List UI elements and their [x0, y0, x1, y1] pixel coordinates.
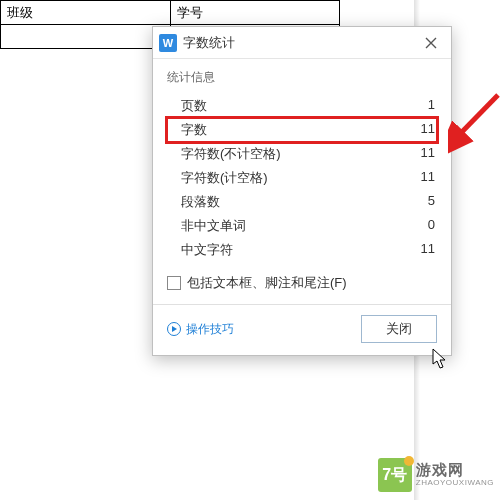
dialog-titlebar: W 字数统计 [153, 27, 451, 59]
include-textbox-checkbox[interactable]: 包括文本框、脚注和尾注(F) [167, 274, 437, 292]
stat-row-paragraphs: 段落数 5 [167, 190, 437, 214]
stat-row-pages: 页数 1 [167, 94, 437, 118]
stat-value: 11 [421, 145, 435, 163]
stat-row-chars-nospace: 字符数(不计空格) 11 [167, 142, 437, 166]
checkbox-icon[interactable] [167, 276, 181, 290]
tips-label: 操作技巧 [186, 321, 234, 338]
stat-value: 11 [421, 169, 435, 187]
stat-label: 字数 [181, 121, 207, 139]
play-icon [167, 322, 181, 336]
app-icon: W [159, 34, 177, 52]
stat-value: 11 [421, 121, 435, 139]
stat-value: 1 [428, 97, 435, 115]
stat-value: 0 [428, 217, 435, 235]
dialog-title: 字数统计 [183, 34, 417, 52]
stat-row-chars-space: 字符数(计空格) 11 [167, 166, 437, 190]
stat-row-noncjk-words: 非中文单词 0 [167, 214, 437, 238]
annotation-arrow-icon [448, 90, 500, 160]
stat-label: 字符数(计空格) [181, 169, 268, 187]
section-label: 统计信息 [167, 69, 437, 86]
bg-th-class: 班级 [1, 1, 171, 25]
stat-row-cjk-chars: 中文字符 11 [167, 238, 437, 262]
close-icon[interactable] [417, 31, 445, 55]
stat-value: 5 [428, 193, 435, 211]
stat-label: 页数 [181, 97, 207, 115]
stat-label: 字符数(不计空格) [181, 145, 281, 163]
watermark-py: ZHAOYOUXIWANG [416, 479, 494, 488]
stat-value: 11 [421, 241, 435, 259]
watermark: 7号 游戏网 ZHAOYOUXIWANG [378, 458, 494, 492]
word-count-dialog: W 字数统计 统计信息 页数 1 字数 11 字符数(不计空格) 11 字符数(… [152, 26, 452, 356]
checkbox-label: 包括文本框、脚注和尾注(F) [187, 274, 347, 292]
stat-label: 非中文单词 [181, 217, 246, 235]
bg-th-id: 学号 [170, 1, 340, 25]
watermark-badge: 7号 [378, 458, 412, 492]
tips-link[interactable]: 操作技巧 [167, 321, 234, 338]
stat-label: 段落数 [181, 193, 220, 211]
watermark-cn: 游戏网 [416, 462, 494, 479]
divider [153, 304, 451, 305]
stat-label: 中文字符 [181, 241, 233, 259]
close-button[interactable]: 关闭 [361, 315, 437, 343]
stat-row-words: 字数 11 [167, 118, 437, 142]
